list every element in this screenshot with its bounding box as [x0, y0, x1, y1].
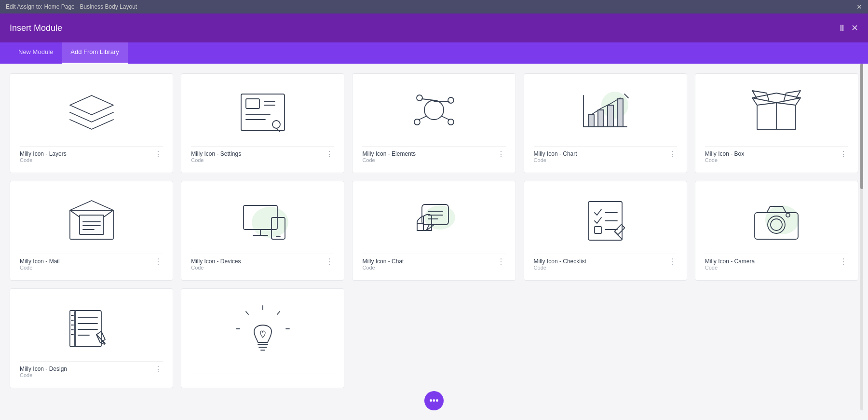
card-name-checklist: Milly Icon - Checklist — [534, 258, 586, 265]
svg-line-15 — [434, 101, 449, 102]
card-footer-mail: Milly Icon - Mail Code ⋮ — [20, 254, 163, 271]
more-button[interactable]: ••• — [424, 391, 444, 410]
scrollbar-track[interactable] — [860, 64, 863, 410]
card-name-devices: Milly Icon - Devices — [191, 258, 241, 265]
card-chart[interactable]: Milly Icon - Chart Code ⋮ — [524, 73, 687, 173]
card-name-mail: Milly Icon - Mail — [20, 258, 60, 265]
svg-rect-22 — [598, 110, 604, 127]
svg-point-10 — [417, 95, 422, 101]
title-bar: Edit Assign to: Home Page - Business Bod… — [0, 0, 868, 14]
card-elements[interactable]: Milly Icon - Elements Code ⋮ — [352, 73, 515, 173]
card-icon-box — [705, 83, 848, 146]
card-menu-checklist[interactable]: ⋮ — [667, 258, 677, 266]
svg-rect-1 — [241, 94, 285, 131]
card-icon-checklist — [534, 191, 677, 254]
card-menu-box[interactable]: ⋮ — [839, 150, 848, 158]
card-menu-chart[interactable]: ⋮ — [667, 150, 677, 158]
card-footer-layers: Milly Icon - Layers Code ⋮ — [20, 146, 163, 163]
card-type-box: Code — [705, 157, 744, 163]
title-bar-close-button[interactable]: ✕ — [856, 3, 862, 11]
svg-line-17 — [442, 116, 449, 120]
card-icon-camera — [705, 191, 848, 254]
card-name-chart: Milly Icon - Chart — [534, 150, 577, 157]
card-menu-devices[interactable]: ⋮ — [325, 258, 334, 266]
card-design[interactable]: Milly Icon - Design Code ⋮ — [10, 288, 173, 388]
tab-new-module[interactable]: New Module — [10, 42, 62, 64]
svg-line-73 — [246, 312, 248, 314]
card-menu-elements[interactable]: ⋮ — [496, 150, 506, 158]
modal-header-actions: ⏸ ✕ — [838, 23, 858, 33]
card-box[interactable]: Milly Icon - Box Code ⋮ — [695, 73, 858, 173]
tabs-bar: New Module Add From Library — [0, 42, 868, 64]
card-devices[interactable]: Milly Icon - Devices Code ⋮ — [181, 181, 344, 281]
card-footer-camera: Milly Icon - Camera Code ⋮ — [705, 254, 848, 271]
card-name-chat: Milly Icon - Chat — [362, 258, 404, 265]
modal-close-button[interactable]: ✕ — [851, 23, 858, 33]
title-bar-label: Edit Assign to: Home Page - Business Bod… — [6, 3, 137, 10]
card-name-camera: Milly Icon - Camera — [705, 258, 755, 265]
svg-rect-57 — [75, 311, 101, 347]
card-footer-elements: Milly Icon - Elements Code ⋮ — [362, 146, 505, 163]
card-type-elements: Code — [362, 157, 416, 163]
card-menu-layers[interactable]: ⋮ — [153, 150, 163, 158]
modal-pause-button[interactable]: ⏸ — [838, 23, 846, 33]
card-menu-camera[interactable]: ⋮ — [839, 258, 848, 266]
svg-rect-51 — [615, 224, 625, 234]
card-menu-design[interactable]: ⋮ — [153, 366, 163, 373]
svg-line-8 — [276, 128, 280, 132]
card-name-design: Milly Icon - Design — [20, 366, 67, 372]
modal-header: Insert Module ⏸ ✕ — [0, 14, 868, 42]
card-icon-devices — [191, 191, 334, 254]
card-icon-elements — [362, 83, 505, 146]
card-footer-devices: Milly Icon - Devices Code ⋮ — [191, 254, 334, 271]
card-icon-design — [20, 298, 163, 361]
card-footer-chat: Milly Icon - Chat Code ⋮ — [362, 254, 505, 271]
svg-line-70 — [277, 312, 280, 314]
card-menu-chat[interactable]: ⋮ — [496, 258, 506, 266]
card-type-camera: Code — [705, 265, 755, 271]
svg-point-52 — [765, 205, 799, 234]
svg-rect-2 — [246, 99, 259, 108]
card-checklist[interactable]: Milly Icon - Checklist Code ⋮ — [524, 181, 687, 281]
card-type-mail: Code — [20, 265, 60, 271]
card-chat[interactable]: Milly Icon - Chat Code ⋮ — [352, 181, 515, 281]
svg-point-18 — [601, 92, 628, 119]
card-menu-settings[interactable]: ⋮ — [325, 150, 334, 158]
card-type-layers: Code — [20, 157, 67, 163]
card-type-settings: Code — [191, 157, 241, 163]
card-footer-settings: Milly Icon - Settings Code ⋮ — [191, 146, 334, 163]
scrollbar-thumb[interactable] — [860, 64, 863, 189]
card-type-chat: Code — [362, 265, 404, 271]
card-type-design: Code — [20, 372, 67, 378]
svg-rect-24 — [617, 99, 623, 127]
card-icon-layers — [20, 83, 163, 146]
svg-point-9 — [424, 100, 444, 120]
card-icon-chart — [534, 83, 677, 146]
card-mail[interactable]: Milly Icon - Mail Code ⋮ — [10, 181, 173, 281]
card-icon-idea — [191, 298, 334, 374]
card-icon-chat — [362, 191, 505, 254]
card-footer-design: Milly Icon - Design Code ⋮ — [20, 361, 163, 378]
card-settings[interactable]: Milly Icon - Settings Code ⋮ — [181, 73, 344, 173]
card-name-settings: Milly Icon - Settings — [191, 150, 241, 157]
card-footer-checklist: Milly Icon - Checklist Code ⋮ — [534, 254, 677, 271]
bottom-bar: ••• — [424, 391, 444, 410]
card-type-chart: Code — [534, 157, 577, 163]
card-name-elements: Milly Icon - Elements — [362, 150, 416, 157]
content-area: Milly Icon - Layers Code ⋮ — [0, 64, 868, 420]
modal: Insert Module ⏸ ✕ New Module Add From Li… — [0, 14, 868, 420]
svg-rect-48 — [595, 227, 601, 233]
card-camera[interactable]: Milly Icon - Camera Code ⋮ — [695, 181, 858, 281]
card-menu-mail[interactable]: ⋮ — [153, 258, 163, 266]
svg-rect-29 — [80, 215, 104, 234]
card-layers[interactable]: Milly Icon - Layers Code ⋮ — [10, 73, 173, 173]
card-icon-settings — [191, 83, 334, 146]
tab-add-from-library[interactable]: Add From Library — [62, 42, 127, 64]
svg-point-7 — [272, 121, 280, 128]
card-footer-chart: Milly Icon - Chart Code ⋮ — [534, 146, 677, 163]
card-idea[interactable] — [181, 288, 344, 388]
modal-title: Insert Module — [10, 23, 62, 33]
card-footer-idea — [191, 374, 334, 378]
card-type-checklist: Code — [534, 265, 586, 271]
card-name-layers: Milly Icon - Layers — [20, 150, 67, 157]
